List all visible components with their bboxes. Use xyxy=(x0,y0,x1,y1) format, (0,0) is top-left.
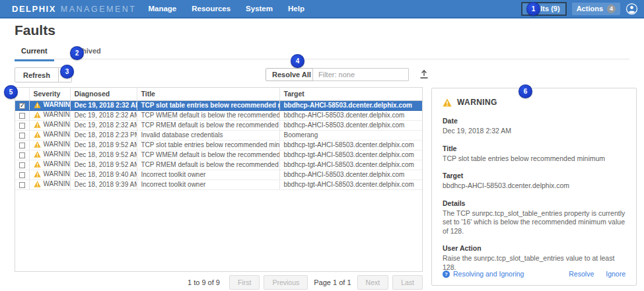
target-cell: Boomerang xyxy=(279,130,423,140)
severity-cell: WARNING xyxy=(44,121,71,128)
nav-item-resources[interactable]: Resources xyxy=(190,5,232,13)
table-row[interactable]: WARNING Dec 18, 2018 9:52 AM TCP RMEM de… xyxy=(15,160,423,170)
column-header-severity[interactable]: Severity xyxy=(29,88,70,100)
row-checkbox[interactable] xyxy=(19,133,25,139)
target-cell: bbdhcp-tgt-AHCI-58503.dcenter.delphix.co… xyxy=(279,160,423,170)
detail-title-section: Title TCP slot table entries below recom… xyxy=(443,145,626,164)
title-cell: TCP WMEM default is below the recommende… xyxy=(137,150,279,160)
next-page-button[interactable]: Next xyxy=(357,275,389,290)
diagnosed-cell: Dec 18, 2018 2:23 PM xyxy=(70,130,137,140)
warning-icon xyxy=(34,141,41,148)
row-checkbox[interactable] xyxy=(19,152,25,158)
detail-user-action-value: Raise the sunrpc.tcp_slot_table_entries … xyxy=(443,254,626,272)
title-cell: TCP slot table entries below recommended… xyxy=(137,100,279,110)
detail-target-value: bbdhcp-AHCI-58503.dcenter.delphix.com xyxy=(443,181,626,191)
callout-3: 3 xyxy=(60,65,74,79)
detail-target-label: Target xyxy=(443,172,626,179)
nav-item-system[interactable]: System xyxy=(244,5,274,13)
severity-cell: WARNING xyxy=(44,180,71,187)
column-header-diagnosed[interactable]: Diagnosed xyxy=(70,88,137,100)
main-nav: ManageResourcesSystemHelp xyxy=(147,5,305,13)
user-profile-icon[interactable] xyxy=(626,3,638,15)
detail-footer: Resolving and Ignoring Resolve Ignore xyxy=(443,270,626,278)
table-row[interactable]: WARNING Dec 18, 2018 9:40 AM Incorrect t… xyxy=(15,170,423,179)
actions-button[interactable]: Actions 4 xyxy=(572,3,620,15)
brand-suffix: MANAGEMENT xyxy=(61,5,137,14)
table-row[interactable]: WARNING Dec 18, 2018 9:52 AM TCP slot ta… xyxy=(15,140,423,150)
detail-date-section: Date Dec 19, 2018 2:32 AM xyxy=(443,117,626,136)
row-checkbox[interactable] xyxy=(19,113,25,119)
detail-severity: WARNING xyxy=(457,98,497,107)
table-row[interactable]: WARNING Dec 19, 2018 2:32 AM TCP slot ta… xyxy=(15,100,423,110)
detail-user-action-label: User Action xyxy=(443,244,626,252)
row-checkbox[interactable] xyxy=(19,123,25,129)
severity-cell: WARNING xyxy=(44,131,71,138)
detail-user-action-section: User Action Raise the sunrpc.tcp_slot_ta… xyxy=(443,244,626,272)
table-row[interactable]: WARNING Dec 19, 2018 2:32 AM TCP RMEM de… xyxy=(15,120,423,130)
column-header-title[interactable]: Title xyxy=(137,88,279,100)
diagnosed-cell: Dec 19, 2018 2:32 AM xyxy=(70,120,137,130)
last-page-button[interactable]: Last xyxy=(392,275,423,290)
severity-cell: WARNING xyxy=(44,170,71,178)
resolve-link[interactable]: Resolve xyxy=(569,270,594,278)
severity-cell: WARNING xyxy=(44,150,71,158)
top-navigation-bar: DELPHIX MANAGEMENT ManageResourcesSystem… xyxy=(0,0,644,18)
tab-bar: CurrentArchived xyxy=(15,47,117,61)
page-title: Faults xyxy=(15,22,55,38)
row-checkbox[interactable] xyxy=(19,172,25,178)
table-row[interactable]: WARNING Dec 18, 2018 2:23 PM Invalid dat… xyxy=(15,130,423,140)
title-cell: TCP RMEM default is below the recommende… xyxy=(137,160,279,170)
faults-page: DELPHIX MANAGEMENT ManageResourcesSystem… xyxy=(0,0,644,291)
warning-icon xyxy=(34,112,41,118)
fault-detail-panel: WARNING Date Dec 19, 2018 2:32 AM Title … xyxy=(431,88,637,286)
diagnosed-cell: Dec 19, 2018 2:32 AM xyxy=(70,110,137,120)
detail-date-value: Dec 19, 2018 2:32 AM xyxy=(443,127,626,136)
previous-page-button[interactable]: Previous xyxy=(264,275,308,290)
filter-input[interactable] xyxy=(312,68,409,81)
target-cell: bbdhcp-AHCI-58503.dcenter.delphix.com xyxy=(279,110,423,120)
ignore-link[interactable]: Ignore xyxy=(606,270,626,278)
row-checkbox[interactable] xyxy=(19,182,25,188)
title-cell: TCP RMEM default is below the recommende… xyxy=(137,120,279,130)
tab-current[interactable]: Current xyxy=(15,47,54,61)
warning-icon xyxy=(443,98,452,107)
severity-cell: WARNING xyxy=(44,101,71,108)
column-header-target[interactable]: Target xyxy=(279,88,423,100)
nav-item-manage[interactable]: Manage xyxy=(147,5,178,13)
brand-name: DELPHIX xyxy=(12,4,56,14)
detail-title-value: TCP slot table entries below recommended… xyxy=(443,154,626,164)
actions-count-badge: 4 xyxy=(607,5,616,13)
title-cell: Incorrect toolkit owner xyxy=(137,179,279,189)
faults-table: Severity Diagnosed Title Target WARNING xyxy=(15,87,423,272)
row-checkbox[interactable] xyxy=(19,162,25,168)
diagnosed-cell: Dec 18, 2018 9:39 AM xyxy=(70,179,137,189)
target-cell: bbdhcp-tgt-AHCI-58503.dcenter.delphix.co… xyxy=(279,179,423,189)
row-checkbox[interactable] xyxy=(19,103,25,109)
warning-icon xyxy=(34,161,41,168)
resolve-all-button[interactable]: Resolve All xyxy=(266,68,318,81)
callout-2: 2 xyxy=(70,46,84,60)
refresh-button[interactable]: Refresh xyxy=(15,67,59,82)
table-row[interactable]: WARNING Dec 19, 2018 2:32 AM TCP WMEM de… xyxy=(15,110,423,120)
diagnosed-cell: Dec 18, 2018 9:52 AM xyxy=(70,150,137,160)
warning-icon xyxy=(34,102,41,108)
help-link-label: Resolving and Ignoring xyxy=(453,270,524,278)
detail-details-section: Details The TCP sunrpc.tcp_slot_table_en… xyxy=(443,199,626,236)
pagination-range: 1 to 9 of 9 xyxy=(188,278,220,286)
table-row[interactable]: WARNING Dec 18, 2018 9:39 AM Incorrect t… xyxy=(15,179,423,189)
table-row[interactable]: WARNING Dec 18, 2018 9:52 AM TCP WMEM de… xyxy=(15,150,423,160)
row-checkbox[interactable] xyxy=(19,143,25,148)
detail-details-value: The TCP sunrpc.tcp_slot_table_entries pr… xyxy=(443,209,626,236)
diagnosed-cell: Dec 18, 2018 9:52 AM xyxy=(70,160,137,170)
target-cell: bbdhcp-AHCI-58503.dcenter.delphix.com xyxy=(279,120,423,130)
export-button[interactable] xyxy=(417,69,431,82)
delphix-logo: DELPHIX MANAGEMENT xyxy=(12,4,136,14)
title-cell: TCP slot table entries below recommended… xyxy=(137,140,279,150)
diagnosed-cell: Dec 18, 2018 9:52 AM xyxy=(70,140,137,150)
pagination: 1 to 9 of 9 First Previous Page 1 of 1 N… xyxy=(15,275,423,290)
resolving-and-ignoring-link[interactable]: Resolving and Ignoring xyxy=(443,270,524,278)
nav-item-help[interactable]: Help xyxy=(287,5,306,13)
detail-title-label: Title xyxy=(443,145,626,152)
warning-icon xyxy=(34,181,41,187)
first-page-button[interactable]: First xyxy=(229,275,260,290)
